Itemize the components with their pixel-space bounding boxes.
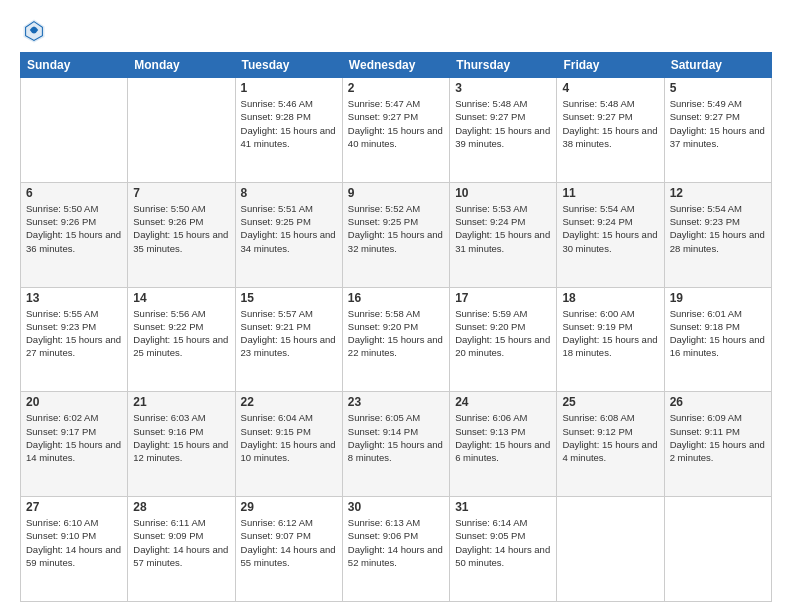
day-info: Sunrise: 6:13 AM Sunset: 9:06 PM Dayligh… [348,516,444,569]
header-row: SundayMondayTuesdayWednesdayThursdayFrid… [21,53,772,78]
calendar-cell: 14Sunrise: 5:56 AM Sunset: 9:22 PM Dayli… [128,287,235,392]
calendar-week-row: 6Sunrise: 5:50 AM Sunset: 9:26 PM Daylig… [21,182,772,287]
calendar-cell [21,78,128,183]
day-number: 16 [348,291,444,305]
calendar-header-thursday: Thursday [450,53,557,78]
day-number: 8 [241,186,337,200]
day-info: Sunrise: 6:11 AM Sunset: 9:09 PM Dayligh… [133,516,229,569]
day-number: 15 [241,291,337,305]
day-number: 14 [133,291,229,305]
header [20,16,772,44]
day-info: Sunrise: 6:05 AM Sunset: 9:14 PM Dayligh… [348,411,444,464]
day-info: Sunrise: 5:59 AM Sunset: 9:20 PM Dayligh… [455,307,551,360]
day-number: 28 [133,500,229,514]
calendar-cell: 2Sunrise: 5:47 AM Sunset: 9:27 PM Daylig… [342,78,449,183]
calendar-week-row: 13Sunrise: 5:55 AM Sunset: 9:23 PM Dayli… [21,287,772,392]
day-number: 20 [26,395,122,409]
calendar-cell: 10Sunrise: 5:53 AM Sunset: 9:24 PM Dayli… [450,182,557,287]
day-number: 29 [241,500,337,514]
calendar-header-monday: Monday [128,53,235,78]
day-number: 31 [455,500,551,514]
calendar-cell: 19Sunrise: 6:01 AM Sunset: 9:18 PM Dayli… [664,287,771,392]
calendar-header-tuesday: Tuesday [235,53,342,78]
day-info: Sunrise: 5:50 AM Sunset: 9:26 PM Dayligh… [26,202,122,255]
calendar-cell: 26Sunrise: 6:09 AM Sunset: 9:11 PM Dayli… [664,392,771,497]
day-info: Sunrise: 5:50 AM Sunset: 9:26 PM Dayligh… [133,202,229,255]
day-number: 25 [562,395,658,409]
calendar-cell: 21Sunrise: 6:03 AM Sunset: 9:16 PM Dayli… [128,392,235,497]
day-info: Sunrise: 6:02 AM Sunset: 9:17 PM Dayligh… [26,411,122,464]
day-info: Sunrise: 5:47 AM Sunset: 9:27 PM Dayligh… [348,97,444,150]
calendar-cell: 12Sunrise: 5:54 AM Sunset: 9:23 PM Dayli… [664,182,771,287]
calendar-cell: 13Sunrise: 5:55 AM Sunset: 9:23 PM Dayli… [21,287,128,392]
day-number: 3 [455,81,551,95]
day-number: 13 [26,291,122,305]
calendar-cell: 23Sunrise: 6:05 AM Sunset: 9:14 PM Dayli… [342,392,449,497]
day-number: 11 [562,186,658,200]
day-number: 30 [348,500,444,514]
calendar-header-friday: Friday [557,53,664,78]
calendar-cell: 7Sunrise: 5:50 AM Sunset: 9:26 PM Daylig… [128,182,235,287]
calendar-table: SundayMondayTuesdayWednesdayThursdayFrid… [20,52,772,602]
day-info: Sunrise: 5:51 AM Sunset: 9:25 PM Dayligh… [241,202,337,255]
day-number: 4 [562,81,658,95]
day-info: Sunrise: 5:48 AM Sunset: 9:27 PM Dayligh… [562,97,658,150]
day-info: Sunrise: 6:00 AM Sunset: 9:19 PM Dayligh… [562,307,658,360]
day-info: Sunrise: 5:48 AM Sunset: 9:27 PM Dayligh… [455,97,551,150]
calendar-cell: 3Sunrise: 5:48 AM Sunset: 9:27 PM Daylig… [450,78,557,183]
day-number: 22 [241,395,337,409]
calendar-cell: 15Sunrise: 5:57 AM Sunset: 9:21 PM Dayli… [235,287,342,392]
calendar-cell: 28Sunrise: 6:11 AM Sunset: 9:09 PM Dayli… [128,497,235,602]
calendar-cell: 25Sunrise: 6:08 AM Sunset: 9:12 PM Dayli… [557,392,664,497]
calendar-header-saturday: Saturday [664,53,771,78]
day-info: Sunrise: 5:54 AM Sunset: 9:23 PM Dayligh… [670,202,766,255]
day-info: Sunrise: 5:46 AM Sunset: 9:28 PM Dayligh… [241,97,337,150]
day-info: Sunrise: 6:14 AM Sunset: 9:05 PM Dayligh… [455,516,551,569]
calendar-cell: 5Sunrise: 5:49 AM Sunset: 9:27 PM Daylig… [664,78,771,183]
day-info: Sunrise: 6:01 AM Sunset: 9:18 PM Dayligh… [670,307,766,360]
calendar-cell: 22Sunrise: 6:04 AM Sunset: 9:15 PM Dayli… [235,392,342,497]
day-number: 12 [670,186,766,200]
day-info: Sunrise: 6:06 AM Sunset: 9:13 PM Dayligh… [455,411,551,464]
calendar-cell [128,78,235,183]
day-info: Sunrise: 5:52 AM Sunset: 9:25 PM Dayligh… [348,202,444,255]
day-info: Sunrise: 6:10 AM Sunset: 9:10 PM Dayligh… [26,516,122,569]
day-info: Sunrise: 5:57 AM Sunset: 9:21 PM Dayligh… [241,307,337,360]
day-number: 10 [455,186,551,200]
calendar-cell: 31Sunrise: 6:14 AM Sunset: 9:05 PM Dayli… [450,497,557,602]
day-number: 1 [241,81,337,95]
day-number: 26 [670,395,766,409]
day-info: Sunrise: 6:08 AM Sunset: 9:12 PM Dayligh… [562,411,658,464]
calendar-cell: 20Sunrise: 6:02 AM Sunset: 9:17 PM Dayli… [21,392,128,497]
logo-icon [20,16,48,44]
day-info: Sunrise: 5:55 AM Sunset: 9:23 PM Dayligh… [26,307,122,360]
day-number: 21 [133,395,229,409]
calendar-cell: 6Sunrise: 5:50 AM Sunset: 9:26 PM Daylig… [21,182,128,287]
day-number: 6 [26,186,122,200]
calendar-cell: 8Sunrise: 5:51 AM Sunset: 9:25 PM Daylig… [235,182,342,287]
calendar-cell: 29Sunrise: 6:12 AM Sunset: 9:07 PM Dayli… [235,497,342,602]
calendar-cell: 9Sunrise: 5:52 AM Sunset: 9:25 PM Daylig… [342,182,449,287]
day-info: Sunrise: 5:56 AM Sunset: 9:22 PM Dayligh… [133,307,229,360]
day-info: Sunrise: 6:12 AM Sunset: 9:07 PM Dayligh… [241,516,337,569]
day-number: 9 [348,186,444,200]
day-info: Sunrise: 5:58 AM Sunset: 9:20 PM Dayligh… [348,307,444,360]
calendar-week-row: 20Sunrise: 6:02 AM Sunset: 9:17 PM Dayli… [21,392,772,497]
day-info: Sunrise: 6:04 AM Sunset: 9:15 PM Dayligh… [241,411,337,464]
calendar-cell: 17Sunrise: 5:59 AM Sunset: 9:20 PM Dayli… [450,287,557,392]
day-number: 27 [26,500,122,514]
calendar-week-row: 1Sunrise: 5:46 AM Sunset: 9:28 PM Daylig… [21,78,772,183]
calendar-cell [664,497,771,602]
day-number: 18 [562,291,658,305]
calendar-header-wednesday: Wednesday [342,53,449,78]
calendar-cell: 30Sunrise: 6:13 AM Sunset: 9:06 PM Dayli… [342,497,449,602]
day-info: Sunrise: 5:49 AM Sunset: 9:27 PM Dayligh… [670,97,766,150]
calendar-cell: 24Sunrise: 6:06 AM Sunset: 9:13 PM Dayli… [450,392,557,497]
day-number: 24 [455,395,551,409]
calendar-cell: 18Sunrise: 6:00 AM Sunset: 9:19 PM Dayli… [557,287,664,392]
day-info: Sunrise: 5:53 AM Sunset: 9:24 PM Dayligh… [455,202,551,255]
calendar-week-row: 27Sunrise: 6:10 AM Sunset: 9:10 PM Dayli… [21,497,772,602]
calendar-cell [557,497,664,602]
day-info: Sunrise: 5:54 AM Sunset: 9:24 PM Dayligh… [562,202,658,255]
day-number: 7 [133,186,229,200]
